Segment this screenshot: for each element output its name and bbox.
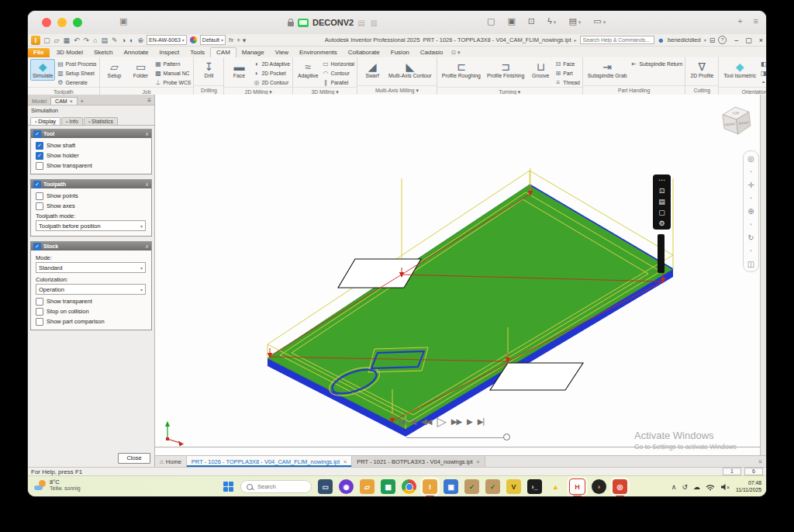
help-icon[interactable]: ?	[718, 36, 727, 44]
2d-pocket-button[interactable]: ◗2D Pocket	[253, 69, 290, 78]
show-points-checkbox[interactable]: Show points	[33, 191, 150, 201]
appearance-ball-icon[interactable]: ◐	[129, 36, 133, 44]
viewport[interactable]: TOP FRONT RIGHT ◎▾✛▾⊕▾↻▾◫ ⋯⊡▤▢⚙ |◀◀◀◀▷▶▶…	[155, 95, 766, 455]
collapse-icon[interactable]: ∧	[145, 181, 149, 188]
folder-button[interactable]: ▭Folder	[129, 59, 154, 81]
close-window-icon[interactable]	[42, 18, 51, 27]
home-icon[interactable]: ⌂	[93, 36, 97, 44]
parallel-button[interactable]: ∥Parallel	[323, 78, 355, 87]
viewport-scrollbar[interactable]	[155, 447, 761, 447]
taskbar-app-warning-app[interactable]: ▲	[548, 479, 563, 494]
2d-contour-button[interactable]: ◎2D Contour	[253, 78, 290, 87]
face-button[interactable]: ▬Face	[226, 59, 251, 81]
taskbar-app-chrome[interactable]	[402, 479, 416, 494]
window-icon[interactable]: ▢	[658, 209, 665, 217]
measure-icon[interactable]: ⊕	[137, 36, 143, 44]
timeline-handle[interactable]	[503, 434, 510, 440]
ribbon-tab-inspect[interactable]: Inspect	[154, 48, 185, 57]
add-tab-icon[interactable]: +	[737, 16, 742, 26]
close-simulation-button[interactable]: Close	[118, 453, 150, 464]
drill-button[interactable]: ↧Drill	[196, 59, 221, 81]
taskbar-app-tool-app-b[interactable]: ✓	[485, 479, 500, 494]
ribbon-tab-sketch[interactable]: Sketch	[88, 48, 118, 57]
save-icon[interactable]: ▦	[63, 36, 70, 44]
section-enabled-checkbox[interactable]: ✓	[33, 181, 41, 188]
ribbon-tab-tools[interactable]: Tools	[185, 48, 210, 57]
close-icon[interactable]: ×	[477, 459, 480, 465]
taskbar-search-input[interactable]	[256, 482, 306, 491]
stop-on-collision-checkbox[interactable]: Stop on collision	[33, 306, 150, 316]
taskbar-app-app-blue[interactable]: ▣	[444, 479, 458, 494]
sheet-icon[interactable]: ▤	[101, 36, 108, 44]
zoom-icon[interactable]: ⊕	[747, 207, 754, 216]
start-button[interactable]	[223, 482, 234, 492]
section-enabled-checkbox[interactable]: ✓	[33, 243, 41, 250]
tab-statistics[interactable]: ▪Statistics	[84, 117, 118, 125]
display-icon[interactable]: ⊡	[528, 16, 535, 26]
tab-model[interactable]: Model	[28, 98, 50, 105]
ribbon-tab-fusion[interactable]: Fusion	[385, 48, 415, 57]
monitor-icon[interactable]: ▭▾	[593, 16, 606, 26]
show-transparent-checkbox[interactable]: Show transparent	[33, 296, 150, 306]
toolpath-mode-select[interactable]: Toolpath before position▾	[36, 220, 146, 231]
parameters-fx-icon[interactable]: fx	[229, 36, 233, 43]
face-button[interactable]: ⊟Face	[554, 60, 580, 68]
user-name[interactable]: benedictdied	[668, 36, 701, 43]
taskbar-app-terminal[interactable]: ›_	[527, 479, 542, 494]
hidden-icons-chevron[interactable]: ∧	[671, 483, 677, 491]
show-part-comparison-checkbox[interactable]: Show part comparison	[33, 316, 150, 326]
ribbon-tab-manage[interactable]: Manage	[236, 48, 270, 57]
document-tab[interactable]: PRT - 1021 - BOTPLA3X3 - V04_nowings.ipt…	[352, 456, 485, 467]
more-icon[interactable]: ⋯	[658, 176, 665, 185]
show-shaft-checkbox[interactable]: ✓Show shaft	[33, 140, 150, 150]
ribbon-tab-environments[interactable]: Environments	[294, 48, 343, 57]
tool-right-button[interactable]: ◨Tool Right	[760, 69, 766, 78]
2d-profile-button[interactable]: ∇2D Profile	[688, 59, 716, 81]
taskbar-search[interactable]	[240, 480, 312, 493]
clock[interactable]: 07:48 11/11/2025	[736, 480, 761, 493]
capture-toolbar-handle[interactable]	[658, 234, 665, 273]
qat-overflow[interactable]: + ▾	[236, 36, 246, 44]
sync-icon[interactable]: ↺	[682, 483, 688, 491]
minimize-window-icon[interactable]	[57, 18, 67, 27]
contour-button[interactable]: ◠Contour	[323, 69, 355, 78]
horizontal-button[interactable]: ▭Horizontal	[323, 60, 355, 68]
tool-isometric-button[interactable]: ◆Tool Isometric	[721, 59, 758, 81]
power-icon[interactable]: ϟ▾	[547, 16, 556, 26]
help-search-input[interactable]	[580, 36, 654, 44]
taskbar-app-file-explorer[interactable]: ▭	[318, 479, 333, 494]
show-holder-checkbox[interactable]: ✓Show holder	[33, 150, 150, 161]
ribbon-tab-cam[interactable]: CAM	[210, 47, 236, 57]
volume-muted-icon[interactable]: ×	[720, 483, 730, 491]
step-forward-button[interactable]: ▶	[467, 417, 472, 426]
subspindle-return-button[interactable]: ⇤Subspindle Return	[630, 60, 682, 68]
panel-section-header[interactable]: ✓Toolpath∧	[31, 180, 151, 188]
probe-wcs-button[interactable]: ⊥Probe WCS	[155, 78, 192, 87]
zoom-window-icon[interactable]	[73, 18, 82, 27]
tab-list-icon[interactable]: ≡	[754, 458, 766, 465]
ribbon-options-icon[interactable]: ⊡ ▾	[451, 50, 460, 57]
taskbar-app-app-dark[interactable]: ◗	[592, 479, 606, 494]
profile-roughing-button[interactable]: ⊏Profile Roughing	[440, 59, 483, 81]
swarf-button[interactable]: ◢Swarf	[360, 59, 385, 81]
orbit-icon[interactable]: ↻	[747, 233, 754, 242]
subspindle-grab-button[interactable]: ⇥Subspindle Grab	[585, 59, 630, 81]
go-to-start-button[interactable]: |◀	[399, 417, 405, 426]
taskbar-app-tool-app-a[interactable]: ✓	[464, 479, 479, 494]
sketch-icon[interactable]: ✎	[112, 36, 118, 44]
show-transparent-checkbox[interactable]: Show transparent	[33, 161, 150, 171]
keyboard-icon[interactable]: ▤▾	[568, 16, 581, 26]
file-icon[interactable]: ▢	[487, 16, 495, 26]
minimize-button[interactable]: –	[734, 36, 738, 44]
gear-icon[interactable]: ⚙	[658, 219, 665, 228]
groove-button[interactable]: ⊔Groove	[528, 59, 553, 81]
tool-top-button[interactable]: ◓Tool Top	[760, 78, 766, 87]
appearance-select[interactable]: Default ▾	[200, 35, 226, 45]
color-wheel-icon[interactable]	[190, 36, 197, 43]
tool-front-button[interactable]: ◧Tool Front	[760, 60, 766, 68]
open-icon[interactable]: ▱	[54, 36, 60, 44]
ribbon-tab-file[interactable]: File	[28, 48, 50, 57]
panel-section-header[interactable]: ✓Tool∧	[31, 130, 151, 138]
close-icon[interactable]: ×	[343, 459, 347, 465]
collapse-icon[interactable]: ∧	[145, 244, 149, 250]
